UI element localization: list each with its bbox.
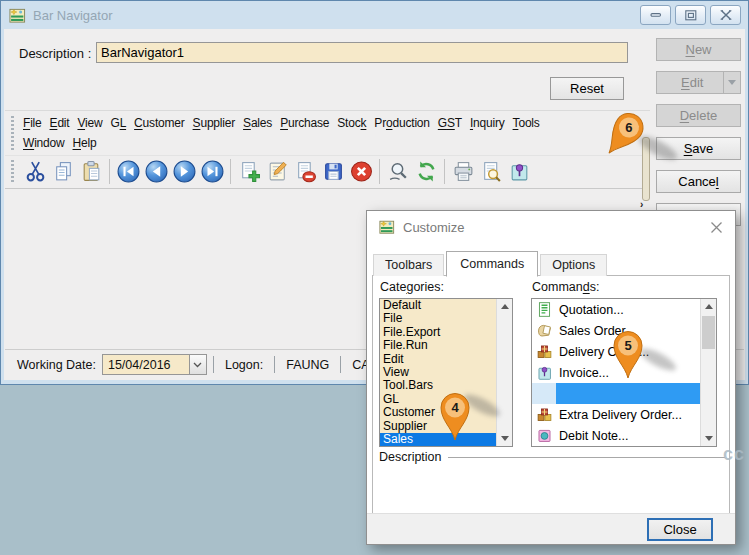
categories-scrollbar[interactable] (496, 299, 512, 446)
close-window-button[interactable] (710, 5, 741, 25)
print-icon[interactable] (449, 158, 477, 185)
window-titlebar[interactable]: Bar Navigator (1, 1, 748, 29)
expand-chevron-icon[interactable]: › (640, 199, 643, 210)
dialog-titlebar[interactable]: Customize (367, 211, 735, 243)
edit-button[interactable]: Edit (656, 71, 741, 94)
copy-icon[interactable] (49, 158, 77, 185)
tab-options[interactable]: Options (540, 254, 607, 276)
scroll-up-icon[interactable] (701, 299, 716, 314)
menu-tools[interactable]: Tools (509, 114, 544, 132)
delete-button-label: Delete (680, 108, 718, 123)
category-item-file[interactable]: File (380, 312, 496, 325)
delivery-order-icon (532, 341, 556, 362)
new-button-label: New (685, 42, 711, 57)
menu-window[interactable]: Window (19, 134, 69, 152)
toolbar (5, 155, 650, 189)
category-item-toolbars[interactable]: Tool.Bars (380, 379, 496, 392)
dialog-tabs: ToolbarsCommandsOptions (373, 252, 609, 276)
menu-supplier[interactable]: Supplier (189, 114, 239, 132)
previous-record-icon[interactable] (142, 158, 170, 185)
minimize-button[interactable] (640, 5, 671, 25)
edit-button-label: Edit (681, 75, 703, 90)
scroll-up-icon[interactable] (497, 299, 512, 314)
cancel-button[interactable]: Cancel (656, 170, 741, 193)
new-button[interactable]: New (656, 38, 741, 61)
menu-view[interactable]: View (73, 114, 106, 132)
menubar-row-2: WindowHelp (19, 133, 650, 153)
callout-marker-4: 4 (438, 392, 472, 446)
menu-customer[interactable]: Customer (130, 114, 188, 132)
svg-text:5: 5 (624, 338, 631, 353)
save-icon[interactable] (319, 158, 347, 185)
reset-button[interactable]: Reset (550, 77, 624, 100)
next-record-icon[interactable] (170, 158, 198, 185)
calendar-dropdown-icon[interactable] (190, 354, 207, 375)
menubar: FileEditViewGLCustomerSupplierSalesPurch… (5, 110, 650, 156)
description-input[interactable] (96, 42, 628, 63)
menu-sales[interactable]: Sales (239, 114, 276, 132)
svg-text:4: 4 (451, 400, 459, 415)
scroll-down-icon[interactable] (497, 431, 512, 446)
category-item-edit[interactable]: Edit (380, 353, 496, 366)
refresh-icon[interactable] (412, 158, 440, 185)
first-record-icon[interactable] (114, 158, 142, 185)
toolbar-grip[interactable] (11, 160, 14, 184)
svg-text:6: 6 (625, 120, 632, 135)
cut-icon[interactable] (21, 158, 49, 185)
tab-toolbars[interactable]: Toolbars (373, 254, 444, 276)
edit-note-icon[interactable] (263, 158, 291, 185)
maximize-button[interactable] (675, 5, 706, 25)
dialog-close-icon[interactable] (707, 219, 725, 235)
command-item-label: Debit Note... (556, 425, 700, 446)
menu-inquiry[interactable]: Inquiry (466, 114, 509, 132)
menu-stock[interactable]: Stock (333, 114, 370, 132)
empty-icon (532, 383, 556, 404)
quotation-icon (532, 299, 556, 320)
command-item-debitnote[interactable]: Debit Note... (532, 425, 700, 446)
close-button[interactable]: Close (647, 518, 713, 541)
cancel-button-label: Cancel (678, 174, 718, 189)
action-buttons: NewEditDeleteSaveCancel (656, 38, 741, 236)
menu-edit[interactable]: Edit (46, 114, 74, 132)
scroll-thumb[interactable] (702, 316, 715, 349)
callout-marker-6: 6 (612, 112, 646, 166)
delete-button[interactable]: Delete (656, 104, 741, 127)
toolbar-separator (230, 159, 231, 184)
customize-note-icon[interactable] (505, 158, 533, 185)
add-icon[interactable] (235, 158, 263, 185)
description-divider (448, 457, 725, 458)
menu-production[interactable]: Production (370, 114, 433, 132)
scroll-down-icon[interactable] (701, 431, 716, 446)
menu-purchase[interactable]: Purchase (276, 114, 333, 132)
category-item-fileexport[interactable]: File.Export (380, 326, 496, 339)
menu-file[interactable]: File (19, 114, 46, 132)
statusbar-separator (340, 356, 341, 373)
category-item-default[interactable]: Default (380, 299, 496, 312)
working-date-combo[interactable]: 15/04/2016 (102, 354, 207, 375)
menu-help[interactable]: Help (69, 134, 101, 152)
delete-icon[interactable] (291, 158, 319, 185)
dialog-title: Customize (403, 220, 464, 235)
category-item-view[interactable]: View (380, 366, 496, 379)
tab-commands[interactable]: Commands (446, 251, 538, 277)
command-item-quotation[interactable]: Quotation... (532, 299, 700, 320)
menubar-grip[interactable] (11, 116, 14, 150)
toolbar-separator (444, 159, 445, 184)
category-item-filerun[interactable]: File.Run (380, 339, 496, 352)
commands-scrollbar[interactable] (700, 299, 716, 446)
search-icon[interactable] (384, 158, 412, 185)
cancel-icon[interactable] (347, 158, 375, 185)
working-date-label: Working Date: (17, 358, 96, 372)
command-item-selected-blank[interactable] (532, 383, 700, 404)
menu-gl[interactable]: GL (106, 114, 130, 132)
working-date-value[interactable]: 15/04/2016 (102, 354, 190, 375)
paste-icon[interactable] (77, 158, 105, 185)
edit-dropdown-arrow-icon[interactable] (723, 72, 740, 93)
menu-gst[interactable]: GST (434, 114, 466, 132)
window-title: Bar Navigator (33, 8, 112, 23)
print-preview-icon[interactable] (477, 158, 505, 185)
command-item-label: Quotation... (556, 299, 700, 320)
toolbar-separator (379, 159, 380, 184)
command-item-extradeliveryorder[interactable]: Extra Delivery Order... (532, 404, 700, 425)
last-record-icon[interactable] (198, 158, 226, 185)
